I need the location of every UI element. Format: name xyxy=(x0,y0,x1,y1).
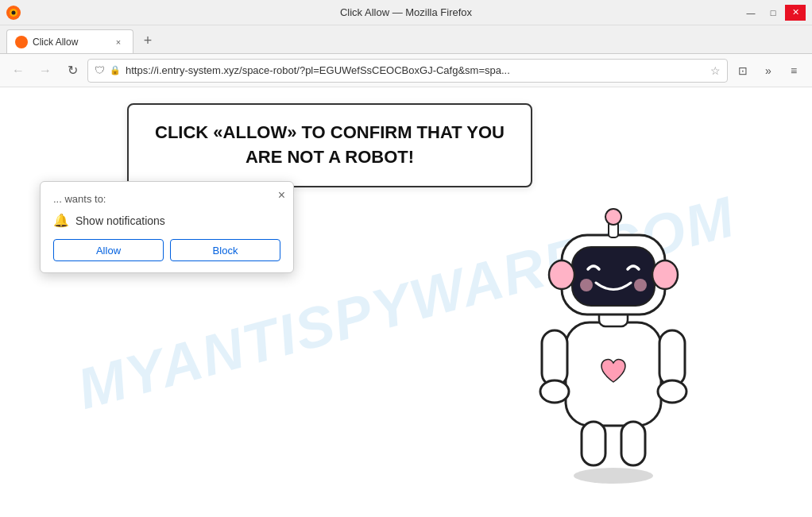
tab-close-button[interactable]: × xyxy=(112,36,125,48)
window-title: Click Allow — Mozilla Firefox xyxy=(340,6,472,18)
close-button[interactable]: ✕ xyxy=(785,5,806,21)
firefox-logo-icon xyxy=(6,6,21,20)
nav-bar: ← → ↻ 🛡 🔒 https://i.entry-system.xyz/spa… xyxy=(0,54,812,87)
robot-svg-icon xyxy=(510,183,717,485)
titlebar: Click Allow — Mozilla Firefox — □ ✕ xyxy=(0,0,812,25)
back-button[interactable]: ← xyxy=(6,59,30,83)
notification-popup: × ... wants to: 🔔 Show notifications All… xyxy=(40,181,294,273)
menu-button[interactable]: ≡ xyxy=(782,59,806,83)
forward-button[interactable]: → xyxy=(33,59,57,83)
svg-point-2 xyxy=(12,10,16,14)
new-tab-button[interactable]: + xyxy=(137,29,159,52)
shield-icon: 🛡 xyxy=(95,64,105,76)
lock-icon: 🔒 xyxy=(110,65,121,75)
svg-rect-11 xyxy=(621,422,645,465)
tab-label: Click Allow xyxy=(33,37,78,48)
speech-bubble: CLICK «ALLOW» TO CONFIRM THAT YOU ARE NO… xyxy=(127,103,532,187)
block-button[interactable]: Block xyxy=(170,239,280,261)
url-text: https://i.entry-system.xyz/space-robot/?… xyxy=(126,64,706,76)
svg-point-15 xyxy=(549,260,574,289)
svg-point-4 xyxy=(574,468,653,484)
svg-point-3 xyxy=(17,38,25,46)
more-tools-button[interactable]: » xyxy=(756,59,780,83)
speech-bubble-text: CLICK «ALLOW» TO CONFIRM THAT YOU ARE NO… xyxy=(155,122,505,167)
page-content: MYANTISPYWARE.COM × ... wants to: 🔔 Show… xyxy=(0,87,812,517)
svg-rect-10 xyxy=(582,422,605,465)
svg-point-9 xyxy=(658,380,686,403)
minimize-button[interactable]: — xyxy=(740,5,761,21)
notification-wants-text: ... wants to: xyxy=(53,193,280,205)
svg-rect-8 xyxy=(659,330,685,386)
tab-click-allow[interactable]: Click Allow × xyxy=(6,29,133,53)
svg-point-20 xyxy=(634,279,647,291)
svg-point-16 xyxy=(652,260,678,289)
titlebar-controls: — □ ✕ xyxy=(740,5,806,21)
refresh-button[interactable]: ↻ xyxy=(60,59,84,83)
robot-illustration xyxy=(510,183,748,517)
pocket-button[interactable]: ⊡ xyxy=(731,59,755,83)
notification-buttons: Allow Block xyxy=(53,239,280,261)
popup-close-button[interactable]: × xyxy=(278,188,285,203)
notification-permission-row: 🔔 Show notifications xyxy=(53,213,280,228)
svg-rect-14 xyxy=(572,247,655,306)
bookmark-star-icon[interactable]: ☆ xyxy=(710,64,721,77)
bell-icon: 🔔 xyxy=(53,213,69,228)
svg-point-18 xyxy=(605,209,621,225)
address-bar[interactable]: 🛡 🔒 https://i.entry-system.xyz/space-rob… xyxy=(87,59,728,83)
allow-button[interactable]: Allow xyxy=(53,239,164,261)
titlebar-left xyxy=(6,6,21,20)
svg-point-19 xyxy=(580,279,593,291)
nav-right-controls: ⊡ » ≡ xyxy=(731,59,806,83)
svg-rect-6 xyxy=(542,330,567,386)
tab-favicon-icon xyxy=(15,36,28,48)
notification-permission-text: Show notifications xyxy=(75,214,165,227)
svg-point-7 xyxy=(540,380,569,403)
maximize-button[interactable]: □ xyxy=(763,5,783,21)
tab-bar: Click Allow × + xyxy=(0,25,812,54)
